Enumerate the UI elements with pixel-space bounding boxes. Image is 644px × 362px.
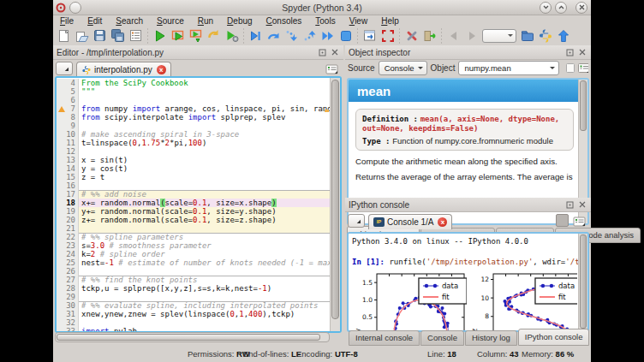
preferences-button[interactable] — [402, 27, 420, 45]
source-combobox[interactable]: Console — [379, 61, 427, 75]
code-line-7[interactable]: 7from numpy import arange, cos, linspace… — [57, 104, 330, 113]
code-line-12[interactable]: 12 — [57, 147, 330, 156]
close-panel-icon[interactable] — [330, 47, 340, 57]
close-tab-icon[interactable]: x — [438, 217, 447, 227]
code-line-8[interactable]: 8from scipy.interpolate import splprep, … — [57, 113, 330, 122]
menu-source[interactable]: Source — [150, 16, 191, 26]
close-button[interactable] — [575, 2, 587, 14]
minimize-button[interactable] — [540, 2, 552, 14]
code-line-21[interactable]: 21 — [57, 224, 330, 233]
menu-file[interactable]: File — [53, 16, 80, 26]
code-line-18[interactable]: 18x+= random.normal(scale=0.1, size=x.sh… — [57, 199, 330, 207]
code-line-16[interactable]: 16 — [57, 181, 330, 190]
console-dir-button[interactable] — [536, 27, 554, 45]
pythonpath-button[interactable] — [420, 27, 438, 45]
console-scrollbar[interactable] — [578, 234, 587, 330]
options-menu-icon[interactable] — [578, 63, 588, 74]
forward-button[interactable] — [462, 27, 480, 45]
undock-icon[interactable] — [564, 199, 575, 210]
close-tab-icon[interactable]: x — [157, 65, 166, 74]
browse-dir-button[interactable] — [518, 27, 536, 45]
code-line-22[interactable]: 22# %% spline parameters — [57, 233, 330, 241]
code-line-25[interactable]: 25nest=-1 # estimate of number of knots … — [57, 258, 330, 267]
code-line-13[interactable]: 13x = sin(t) — [57, 156, 330, 164]
shade-button[interactable] — [69, 2, 81, 14]
tab-console[interactable]: Console — [420, 330, 464, 346]
type-text: Function of numpy.core.fromnumeric modul… — [392, 136, 553, 145]
menu-debug[interactable]: Debug — [220, 16, 259, 26]
editor-horizontal-scrollbar[interactable] — [55, 332, 330, 342]
step-into-button[interactable] — [283, 27, 301, 45]
show-source-icon[interactable] — [565, 63, 575, 74]
maximize-button[interactable] — [555, 2, 567, 14]
console-tab[interactable]: IP Console 1/A x — [368, 214, 452, 229]
menu-help[interactable]: Help — [374, 16, 406, 26]
menu-edit[interactable]: Edit — [80, 16, 109, 26]
rerun-cell-button[interactable] — [205, 27, 223, 45]
open-file-button[interactable] — [73, 27, 91, 45]
code-line-28[interactable]: 28tckp,u = splprep([x,y,z],s=s,k=k,nest=… — [57, 284, 330, 293]
console-output[interactable]: Python 3.4.0 on linux -- IPython 4.0.0In… — [347, 232, 589, 332]
menu-view[interactable]: View — [343, 16, 375, 26]
undock-icon[interactable] — [564, 47, 575, 57]
code-line-32[interactable]: 32 — [57, 318, 330, 327]
code-line-11[interactable]: 11t=linspace(0,1.75*2*pi,100) — [57, 139, 330, 147]
interrupt-kernel-icon[interactable] — [556, 214, 569, 227]
code-line-15[interactable]: 15z = t — [57, 173, 330, 181]
svg-text:data: data — [558, 282, 575, 290]
code-line-10[interactable]: 10# make ascending spiral in 3-space — [57, 130, 330, 139]
debug-button[interactable] — [247, 27, 265, 45]
stop-button[interactable] — [337, 27, 355, 45]
code-line-9[interactable]: 9 — [57, 122, 330, 130]
menu-search[interactable]: Search — [109, 16, 150, 26]
code-line-20[interactable]: 20z+= random.normal(scale=0.1, size=z.sh… — [57, 216, 330, 224]
fullscreen-button[interactable] — [379, 27, 397, 45]
tab-history-log[interactable]: History log — [465, 330, 517, 346]
continue-button[interactable] — [319, 27, 337, 45]
code-line-30[interactable]: 30# %% evaluate spline, including interp… — [57, 301, 330, 310]
working-directory-combo[interactable] — [482, 29, 516, 43]
object-combobox[interactable]: numpy.mean — [458, 61, 559, 75]
file-switcher-button[interactable] — [127, 27, 145, 45]
code-line-29[interactable]: 29 — [57, 293, 330, 301]
step-over-button[interactable] — [265, 27, 283, 45]
code-line-6[interactable]: 6 — [57, 96, 330, 104]
code-editor[interactable]: 4From the SciPy Cookbook5"""67from numpy… — [55, 76, 342, 333]
editor-vertical-scrollbar[interactable] — [330, 78, 340, 331]
editor-options-icon[interactable] — [325, 63, 340, 74]
browse-tabs-button[interactable] — [56, 62, 73, 75]
tab-ipython-console[interactable]: IPython console — [518, 329, 590, 346]
menu-tools[interactable]: Tools — [308, 16, 342, 26]
titlebar[interactable]: Spyder (Python 3.4) — [53, 0, 591, 15]
code-line-27[interactable]: 27# %% find the knot points — [57, 276, 330, 284]
menu-consoles[interactable]: Consoles — [259, 16, 309, 26]
code-line-24[interactable]: 24k=2 # spline order — [57, 250, 330, 258]
undock-icon[interactable] — [317, 47, 327, 57]
run-cell-advance-button[interactable] — [187, 27, 205, 45]
browse-tabs-button[interactable] — [348, 214, 365, 228]
code-line-31[interactable]: 31xnew,ynew,znew = splev(linspace(0,1,40… — [57, 310, 330, 318]
new-file-button[interactable] — [55, 27, 73, 45]
run-config-button[interactable] — [223, 27, 241, 45]
close-panel-icon[interactable] — [577, 47, 587, 57]
menu-run[interactable]: Run — [191, 16, 220, 26]
save-all-button[interactable] — [109, 27, 127, 45]
editor-tab[interactable]: interpolation.py x — [76, 62, 171, 77]
console-options-icon[interactable] — [572, 216, 587, 227]
close-panel-icon[interactable] — [577, 199, 587, 210]
run-cell-button[interactable] — [169, 27, 187, 45]
run-button[interactable] — [151, 27, 169, 45]
code-line-4[interactable]: 4From the SciPy Cookbook — [57, 79, 330, 87]
save-button[interactable] — [91, 27, 109, 45]
parent-dir-button[interactable] — [554, 27, 572, 45]
code-line-26[interactable]: 26 — [57, 267, 330, 276]
code-line-14[interactable]: 14y = cos(t) — [57, 164, 330, 173]
code-line-19[interactable]: 19y+= random.normal(scale=0.1, size=y.sh… — [57, 207, 330, 216]
code-line-17[interactable]: 17# %% add noise — [57, 190, 330, 199]
back-button[interactable] — [444, 27, 462, 45]
step-out-button[interactable] — [301, 27, 319, 45]
code-line-5[interactable]: 5""" — [57, 87, 330, 96]
code-line-23[interactable]: 23s=3.0 # smoothness parameter — [57, 241, 330, 250]
maximize-pane-button[interactable] — [361, 27, 379, 45]
tab-internal-console[interactable]: Internal console — [349, 330, 420, 346]
